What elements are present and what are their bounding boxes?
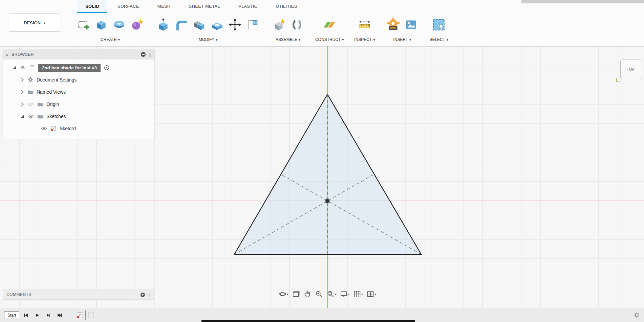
create-form-button[interactable] (129, 15, 146, 34)
viewports-button[interactable]: ▾ (366, 289, 378, 299)
chevron-down-icon: ▾ (348, 293, 350, 296)
visibility-off-eye-icon[interactable] (27, 101, 34, 107)
chevron-down-icon: ▾ (287, 293, 288, 296)
expand-closed-icon[interactable] (20, 102, 24, 106)
tab-plastic[interactable]: PLASTIC (230, 0, 265, 13)
construction-plane-icon (322, 18, 337, 32)
panel-grip-handle[interactable] (148, 292, 151, 297)
document-root-label[interactable]: 2nd hex shade for Inst v3 (38, 64, 101, 72)
modify-group-dropdown[interactable]: MODIFY (198, 36, 218, 44)
minimize-panel-icon[interactable] (141, 52, 146, 57)
zoom-button[interactable] (314, 289, 324, 299)
tab-sheet-metal[interactable]: SHEET METAL (181, 0, 228, 13)
settings-gear-button[interactable] (634, 312, 640, 318)
viewcube[interactable]: TOP (620, 60, 641, 79)
tab-mesh[interactable]: MESH (149, 0, 179, 13)
sketch-triangle-profile[interactable] (234, 94, 421, 254)
expand-open-icon[interactable] (12, 66, 16, 70)
orbit-button[interactable]: ▾ (278, 289, 289, 299)
look-at-button[interactable] (291, 289, 301, 299)
gear-icon (634, 312, 640, 318)
panel-grip-handle[interactable] (149, 52, 152, 57)
align-button[interactable] (244, 15, 261, 34)
timeline-feature-ghost[interactable] (87, 311, 95, 320)
view-navigation-bar: ▾ ▾ ▾ (278, 289, 378, 299)
tab-solid[interactable]: SOLID (77, 0, 107, 13)
svg-badge-text: SVG (390, 26, 396, 30)
revolve-button[interactable] (111, 15, 128, 34)
visibility-eye-icon[interactable] (27, 114, 34, 119)
insert-canvas-button[interactable] (403, 15, 420, 34)
sketch-center-point[interactable] (325, 199, 330, 203)
folder-icon (27, 89, 34, 95)
browser-tree: 2nd hex shade for Inst v3 Document Setti… (3, 60, 154, 139)
tree-item-label: Origin (46, 101, 59, 107)
chevron-down-icon (299, 37, 300, 42)
pan-hand-icon (303, 290, 311, 298)
grid-snap-button[interactable]: ▾ (352, 289, 364, 299)
activate-component-icon[interactable] (104, 65, 110, 71)
timeline-play-button[interactable] (33, 311, 42, 319)
measure-button[interactable] (356, 15, 373, 34)
zoom-window-icon (326, 290, 334, 298)
browser-row-sketch1[interactable]: Sketch1 (3, 122, 154, 135)
display-settings-button[interactable]: ▾ (339, 289, 351, 299)
select-button[interactable] (430, 15, 447, 34)
create-sketch-button[interactable] (75, 15, 92, 34)
joint-button[interactable] (288, 15, 305, 34)
expand-open-icon[interactable] (20, 114, 24, 118)
comments-panel[interactable]: COMMENTS (3, 290, 154, 300)
pan-button[interactable] (302, 289, 312, 299)
chevron-down-icon (44, 20, 45, 25)
timeline-features (75, 310, 95, 320)
extrude-icon (94, 18, 108, 32)
chevron-down-icon: ▾ (335, 293, 336, 296)
timeline-position-marker[interactable] (85, 310, 86, 320)
assemble-group-dropdown[interactable]: ASSEMBLE (275, 36, 301, 44)
create-sketch-icon (76, 18, 90, 32)
select-group-dropdown[interactable]: SELECT (429, 36, 449, 44)
toolbar-groups: CREATE (70, 13, 453, 46)
fillet-button[interactable] (173, 15, 190, 34)
viewcube-face-label: TOP (627, 67, 635, 71)
combine-button[interactable] (191, 15, 208, 34)
zoom-window-button[interactable]: ▾ (325, 289, 337, 299)
timeline-skip-start-button[interactable] (22, 311, 30, 319)
expand-closed-icon[interactable] (20, 78, 24, 82)
visibility-eye-icon[interactable] (41, 126, 47, 131)
timeline-sketch-feature[interactable] (75, 311, 84, 320)
design-menu-button[interactable]: DESIGN (9, 14, 60, 32)
browser-row-origin[interactable]: Origin (3, 98, 154, 110)
component-icon (29, 65, 35, 71)
shell-button[interactable] (209, 15, 226, 34)
construct-group-dropdown[interactable]: CONSTRUCT (315, 36, 344, 44)
comments-title: COMMENTS (6, 292, 137, 297)
browser-root-row[interactable]: 2nd hex shade for Inst v3 (3, 62, 154, 74)
tree-item-label: Document Settings (37, 77, 77, 83)
tab-surface[interactable]: SURFACE (109, 0, 147, 13)
new-component-button[interactable] (271, 15, 287, 34)
look-at-icon (292, 290, 300, 298)
move-copy-button[interactable] (227, 15, 243, 34)
toolbar-header: SOLID SURFACE MESH SHEET METAL PLASTIC U… (0, 0, 644, 46)
timeline-skip-end-button[interactable] (55, 311, 64, 319)
timeline-step-forward-button[interactable] (44, 311, 53, 319)
inspect-group-dropdown[interactable]: INSPECT (353, 36, 375, 44)
browser-row-sketches[interactable]: Sketches (3, 110, 154, 122)
collapse-panel-icon[interactable] (6, 52, 8, 58)
insert-svg-button[interactable]: SVG (385, 15, 402, 34)
tree-item-label: Sketch1 (60, 126, 77, 131)
tab-utilities[interactable]: UTILITIES (267, 0, 305, 13)
create-group-dropdown[interactable]: CREATE (100, 36, 121, 44)
press-pull-button[interactable] (155, 15, 172, 34)
browser-row-named-views[interactable]: Named Views (3, 86, 154, 98)
viewports-icon (367, 290, 374, 298)
visibility-eye-icon[interactable] (19, 65, 26, 70)
insert-group-dropdown[interactable]: INSERT (392, 36, 412, 44)
add-comment-icon[interactable] (140, 292, 145, 297)
construction-plane-button[interactable] (321, 15, 338, 34)
browser-row-document-settings[interactable]: Document Settings (3, 74, 154, 86)
expand-closed-icon[interactable] (20, 90, 24, 94)
toolbar-tabs: SOLID SURFACE MESH SHEET METAL PLASTIC U… (77, 0, 305, 13)
extrude-button[interactable] (93, 15, 110, 34)
